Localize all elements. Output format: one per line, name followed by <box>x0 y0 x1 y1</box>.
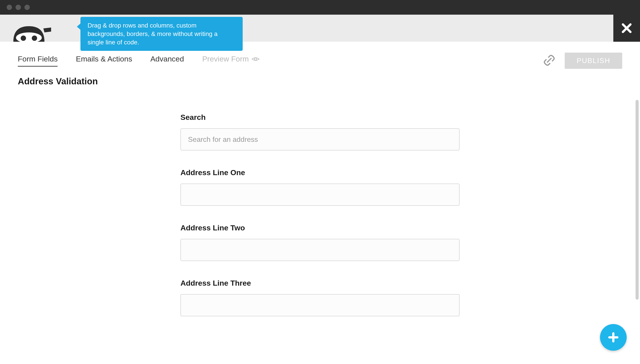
form-group-search: Search <box>180 113 460 150</box>
svg-point-1 <box>21 36 26 41</box>
traffic-light-maximize[interactable] <box>25 5 30 10</box>
plus-icon <box>607 331 619 344</box>
link-icon[interactable] <box>540 52 559 70</box>
field-label-search: Search <box>180 113 460 122</box>
form-group-address-3: Address Line Three <box>180 279 460 316</box>
traffic-light-minimize[interactable] <box>16 5 21 10</box>
tooltip-text: Drag & drop rows and columns, custom bac… <box>88 22 218 46</box>
window-titlebar <box>0 0 640 15</box>
tab-preview-form[interactable]: Preview Form <box>202 54 260 66</box>
field-label-address-1: Address Line One <box>180 168 460 177</box>
add-field-fab[interactable] <box>600 324 627 351</box>
logo-container <box>0 15 58 42</box>
eye-icon <box>252 56 260 62</box>
nav-actions: PUBLISH <box>543 52 622 69</box>
svg-point-3 <box>255 58 257 60</box>
search-input[interactable] <box>180 128 460 150</box>
address-line-three-input[interactable] <box>180 294 460 316</box>
publish-button[interactable]: PUBLISH <box>565 52 622 69</box>
scrollbar-track[interactable] <box>635 100 639 355</box>
traffic-light-close[interactable] <box>7 5 12 10</box>
publish-label: PUBLISH <box>577 56 610 64</box>
tab-emails-actions[interactable]: Emails & Actions <box>76 54 132 66</box>
page-title: Address Validation <box>0 70 640 88</box>
form-group-address-1: Address Line One <box>180 168 460 206</box>
tab-label: Preview Form <box>202 54 249 63</box>
form-area: Search Address Line One Address Line Two… <box>0 88 640 334</box>
tab-advanced[interactable]: Advanced <box>150 54 184 66</box>
form-group-address-2: Address Line Two <box>180 224 460 261</box>
tab-label: Form Fields <box>18 54 58 63</box>
nav-tabs: Form Fields Emails & Actions Advanced Pr… <box>18 54 260 66</box>
tab-label: Advanced <box>150 54 184 63</box>
close-icon <box>621 23 632 34</box>
field-label-address-3: Address Line Three <box>180 279 460 288</box>
svg-point-2 <box>32 36 37 41</box>
field-label-address-2: Address Line Two <box>180 224 460 232</box>
scrollbar-thumb[interactable] <box>635 100 639 300</box>
tab-label: Emails & Actions <box>76 54 132 63</box>
ninja-logo-icon <box>7 20 51 42</box>
tab-form-fields[interactable]: Form Fields <box>18 54 58 66</box>
close-panel-button[interactable] <box>613 15 640 42</box>
hint-tooltip: Drag & drop rows and columns, custom bac… <box>80 17 243 51</box>
address-line-two-input[interactable] <box>180 239 460 261</box>
address-line-one-input[interactable] <box>180 184 460 206</box>
